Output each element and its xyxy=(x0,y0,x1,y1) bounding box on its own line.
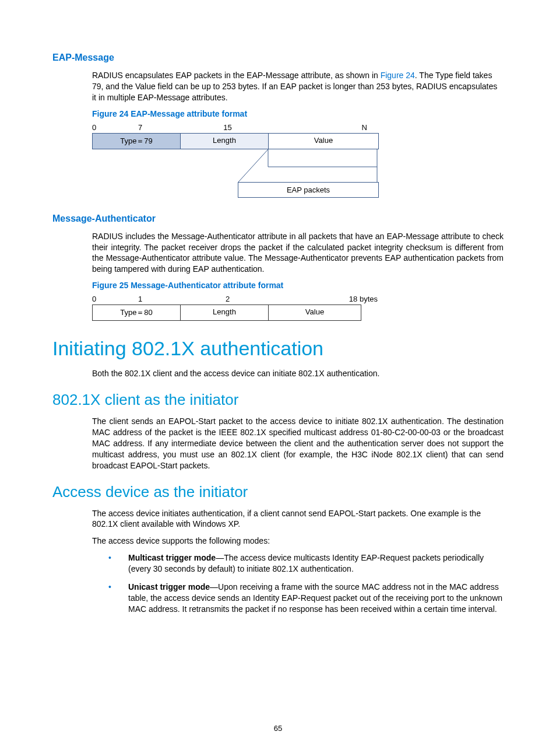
scale-tick: 2 xyxy=(182,295,273,303)
cell-type: Type＝79 xyxy=(93,134,181,149)
section-eap-message-body: RADIUS encapsulates EAP packets in the E… xyxy=(92,70,504,197)
figure25-diagram: 0 1 2 18 bytes Type＝80 Length Value xyxy=(92,295,504,321)
paragraph: The client sends an EAPOL-Start packet t… xyxy=(92,416,504,471)
heading-message-authenticator: Message-Authenticator xyxy=(52,214,504,224)
cell-type: Type＝80 xyxy=(93,305,181,320)
figure24-row: Type＝79 Length Value xyxy=(92,133,379,149)
paragraph: RADIUS includes the Message-Authenticato… xyxy=(92,231,504,275)
figure24-scale: 0 7 15 N xyxy=(92,123,378,132)
mode-list: Multicast trigger mode—The access device… xyxy=(108,552,504,614)
figure24-connector: EAP packets xyxy=(92,149,378,197)
scale-tick: 7 xyxy=(98,123,182,132)
scale-tick: 18 bytes xyxy=(273,295,378,303)
page-number: 65 xyxy=(0,724,556,733)
cell-value: Value xyxy=(269,134,378,149)
access-device-body: The access device initiates authenticati… xyxy=(92,508,504,615)
client-initiator-body: The client sends an EAPOL-Start packet t… xyxy=(92,416,504,471)
list-item: Unicast trigger mode—Upon receiving a fr… xyxy=(108,582,504,615)
text: RADIUS encapsulates EAP packets in the E… xyxy=(92,71,381,80)
paragraph: Both the 802.1X client and the access de… xyxy=(92,368,504,379)
cell-length: Length xyxy=(181,134,269,149)
document-page: EAP-Message RADIUS encapsulates EAP pack… xyxy=(0,0,556,756)
svg-line-0 xyxy=(238,149,268,182)
figure24-diagram: 0 7 15 N Type＝79 Length Value EAP packet… xyxy=(92,123,504,197)
heading-client-initiator: 802.1X client as the initiator xyxy=(52,391,504,409)
cell-value: Value xyxy=(269,305,361,320)
heading-initiating-8021x: Initiating 802.1X authentication xyxy=(52,337,504,360)
list-item: Multicast trigger mode—The access device… xyxy=(108,552,504,575)
cell-length: Length xyxy=(181,305,269,320)
section-message-authenticator-body: RADIUS includes the Message-Authenticato… xyxy=(92,231,504,321)
mode-name: Unicast trigger mode xyxy=(128,582,210,592)
figure25-caption: Figure 25 Message-Authenticator attribut… xyxy=(92,281,504,290)
figure24-caption: Figure 24 EAP-Message attribute format xyxy=(92,109,504,118)
figure25-scale: 0 1 2 18 bytes xyxy=(92,295,378,303)
scale-tick: N xyxy=(273,123,378,132)
eap-packets-box: EAP packets xyxy=(238,182,379,198)
figure-link[interactable]: Figure 24 xyxy=(381,71,415,80)
scale-tick: 0 xyxy=(92,295,98,303)
scale-tick: 15 xyxy=(182,123,273,132)
scale-tick: 0 xyxy=(92,123,98,132)
scale-tick: 1 xyxy=(98,295,182,303)
paragraph: RADIUS encapsulates EAP packets in the E… xyxy=(92,70,504,103)
figure25-row: Type＝80 Length Value xyxy=(92,304,361,321)
heading-access-device-initiator: Access device as the initiator xyxy=(52,483,504,501)
intro-block: Both the 802.1X client and the access de… xyxy=(92,368,504,379)
mode-name: Multicast trigger mode xyxy=(128,553,216,562)
paragraph: The access device initiates authenticati… xyxy=(92,508,504,530)
paragraph: The access device supports the following… xyxy=(92,536,504,547)
heading-eap-message: EAP-Message xyxy=(52,52,504,63)
